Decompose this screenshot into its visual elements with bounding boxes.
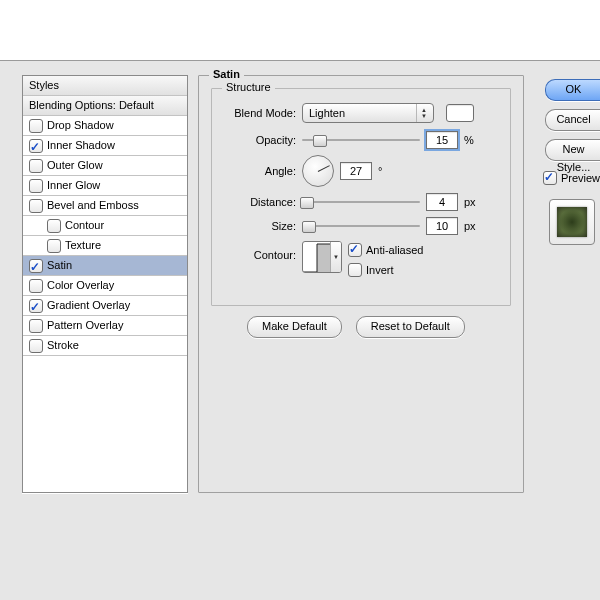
- invert-label: Invert: [366, 264, 394, 276]
- effect-checkbox[interactable]: [47, 219, 61, 233]
- effect-label: Texture: [65, 236, 101, 255]
- contour-label: Contour:: [220, 241, 296, 261]
- structure-group: Structure Blend Mode: Lighten ▲▼ Opacity…: [211, 88, 511, 306]
- blending-options-header[interactable]: Blending Options: Default: [23, 96, 187, 116]
- chevron-updown-icon: ▲▼: [416, 104, 431, 122]
- effect-checkbox[interactable]: [29, 119, 43, 133]
- effect-checkbox[interactable]: [29, 199, 43, 213]
- invert-row[interactable]: Invert: [348, 263, 423, 277]
- contour-row: Contour: ▼ Anti-aliased Invert: [220, 241, 423, 277]
- effect-checkbox[interactable]: [29, 319, 43, 333]
- invert-checkbox[interactable]: [348, 263, 362, 277]
- anti-aliased-row[interactable]: Anti-aliased: [348, 243, 423, 257]
- opacity-row: Opacity: 15 %: [220, 131, 478, 149]
- default-buttons: Make Default Reset to Default: [247, 316, 465, 338]
- effect-label: Drop Shadow: [47, 116, 114, 135]
- styles-item-contour[interactable]: Contour: [23, 216, 187, 236]
- opacity-label: Opacity:: [220, 134, 296, 146]
- effect-label: Stroke: [47, 336, 79, 355]
- ok-button[interactable]: OK: [545, 79, 600, 101]
- styles-item-satin[interactable]: Satin: [23, 256, 187, 276]
- distance-unit: px: [464, 196, 478, 208]
- preview-label: Preview: [561, 172, 600, 184]
- effect-label: Inner Shadow: [47, 136, 115, 155]
- size-input[interactable]: 10: [426, 217, 458, 235]
- chevron-down-icon: ▼: [330, 242, 341, 272]
- blend-mode-dropdown[interactable]: Lighten ▲▼: [302, 103, 434, 123]
- contour-picker[interactable]: ▼: [302, 241, 342, 273]
- effect-label: Outer Glow: [47, 156, 103, 175]
- anti-aliased-checkbox[interactable]: [348, 243, 362, 257]
- styles-item-texture[interactable]: Texture: [23, 236, 187, 256]
- styles-item-gradient-overlay[interactable]: Gradient Overlay: [23, 296, 187, 316]
- satin-panel: Satin Structure Blend Mode: Lighten ▲▼ O…: [198, 75, 524, 493]
- effect-label: Gradient Overlay: [47, 296, 130, 315]
- effect-label: Inner Glow: [47, 176, 100, 195]
- angle-dial[interactable]: [302, 155, 334, 187]
- styles-list: Styles Blending Options: Default Drop Sh…: [22, 75, 188, 493]
- angle-row: Angle: 27 °: [220, 155, 392, 187]
- size-unit: px: [464, 220, 478, 232]
- satin-color-swatch[interactable]: [446, 104, 474, 122]
- preview-thumbnail: [549, 199, 595, 245]
- preview-checkbox[interactable]: [543, 171, 557, 185]
- distance-input[interactable]: 4: [426, 193, 458, 211]
- effect-checkbox[interactable]: [29, 339, 43, 353]
- size-row: Size: 10 px: [220, 217, 478, 235]
- effect-checkbox[interactable]: [29, 139, 43, 153]
- effect-label: Bevel and Emboss: [47, 196, 139, 215]
- dialog-right-column: OK Cancel New Style... Preview: [543, 79, 600, 245]
- distance-label: Distance:: [220, 196, 296, 208]
- effect-label: Color Overlay: [47, 276, 114, 295]
- styles-item-pattern-overlay[interactable]: Pattern Overlay: [23, 316, 187, 336]
- effect-checkbox[interactable]: [29, 279, 43, 293]
- cancel-button[interactable]: Cancel: [545, 109, 600, 131]
- blend-mode-value: Lighten: [309, 107, 345, 119]
- make-default-button[interactable]: Make Default: [247, 316, 342, 338]
- distance-slider[interactable]: [302, 195, 420, 209]
- styles-item-bevel-and-emboss[interactable]: Bevel and Emboss: [23, 196, 187, 216]
- effect-label: Satin: [47, 256, 72, 275]
- distance-row: Distance: 4 px: [220, 193, 478, 211]
- structure-title: Structure: [222, 81, 275, 93]
- styles-item-outer-glow[interactable]: Outer Glow: [23, 156, 187, 176]
- opacity-unit: %: [464, 134, 478, 146]
- size-slider[interactable]: [302, 219, 420, 233]
- size-label: Size:: [220, 220, 296, 232]
- effect-checkbox[interactable]: [29, 179, 43, 193]
- layer-style-dialog: Styles Blending Options: Default Drop Sh…: [0, 60, 600, 600]
- angle-unit: °: [378, 165, 392, 177]
- blend-mode-label: Blend Mode:: [220, 107, 296, 119]
- styles-item-stroke[interactable]: Stroke: [23, 336, 187, 356]
- effect-checkbox[interactable]: [29, 259, 43, 273]
- reset-to-default-button[interactable]: Reset to Default: [356, 316, 465, 338]
- anti-aliased-label: Anti-aliased: [366, 244, 423, 256]
- effect-checkbox[interactable]: [29, 159, 43, 173]
- angle-label: Angle:: [220, 165, 296, 177]
- effect-label: Contour: [65, 216, 104, 235]
- preview-image-icon: [557, 207, 587, 237]
- styles-item-drop-shadow[interactable]: Drop Shadow: [23, 116, 187, 136]
- effect-checkbox[interactable]: [29, 299, 43, 313]
- opacity-input[interactable]: 15: [426, 131, 458, 149]
- preview-row[interactable]: Preview: [543, 171, 600, 185]
- styles-item-inner-glow[interactable]: Inner Glow: [23, 176, 187, 196]
- effect-checkbox[interactable]: [47, 239, 61, 253]
- effect-label: Pattern Overlay: [47, 316, 123, 335]
- new-style-button[interactable]: New Style...: [545, 139, 600, 161]
- styles-item-color-overlay[interactable]: Color Overlay: [23, 276, 187, 296]
- panel-title: Satin: [209, 68, 244, 80]
- styles-header[interactable]: Styles: [23, 76, 187, 96]
- styles-item-inner-shadow[interactable]: Inner Shadow: [23, 136, 187, 156]
- opacity-slider[interactable]: [302, 133, 420, 147]
- angle-input[interactable]: 27: [340, 162, 372, 180]
- blend-mode-row: Blend Mode: Lighten ▲▼: [220, 103, 474, 123]
